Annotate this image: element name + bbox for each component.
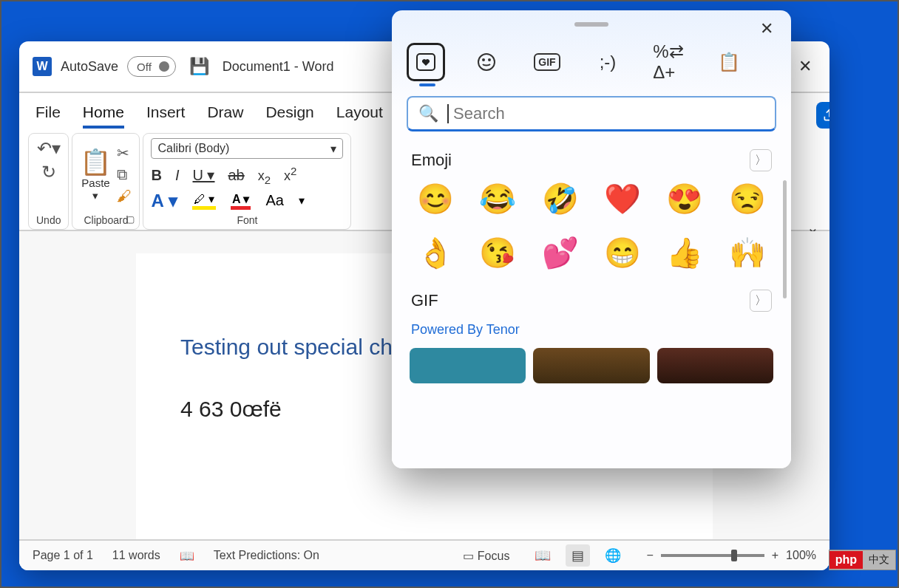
panel-grip[interactable] (574, 22, 608, 27)
share-icon (822, 108, 830, 123)
zoom-out-button[interactable]: − (646, 549, 653, 562)
menu-draw[interactable]: Draw (207, 103, 243, 129)
tab-recent[interactable] (407, 43, 445, 81)
clipboard-launcher-icon[interactable]: ▢ (126, 214, 135, 225)
share-button[interactable] (816, 102, 830, 129)
chevron-down-icon: ▾ (330, 142, 336, 156)
zoom-in-button[interactable]: + (772, 549, 778, 562)
svg-point-1 (478, 54, 495, 70)
search-icon: 🔍 (418, 104, 438, 123)
paste-button[interactable]: 📋 Paste ▾ (80, 147, 111, 202)
strike-button[interactable]: ab (228, 167, 244, 184)
text-effects-button[interactable]: A ▾ (151, 191, 177, 211)
emoji-item[interactable]: 💕 (539, 236, 582, 270)
zoom-value[interactable]: 100% (786, 549, 816, 562)
text-cursor (447, 104, 449, 123)
smile-icon (477, 52, 496, 72)
panel-scrollbar[interactable] (783, 180, 787, 298)
cut-icon[interactable]: ✂ (117, 144, 132, 162)
menu-insert[interactable]: Insert (146, 103, 186, 129)
emoji-search-input[interactable]: 🔍 Search (407, 96, 776, 131)
emoji-item[interactable]: 😘 (476, 236, 519, 270)
superscript-button[interactable]: x2 (284, 165, 296, 184)
emoji-item[interactable]: 🙌 (726, 236, 769, 270)
underline-button[interactable]: U ▾ (192, 166, 214, 184)
italic-button[interactable]: I (175, 167, 180, 184)
gif-thumbnail[interactable] (410, 348, 526, 383)
emoji-category-tabs: GIF ;-) %⇄Δ+ 📋 (407, 43, 776, 81)
autosave-label: AutoSave (61, 59, 118, 75)
gif-powered-by[interactable]: Powered By Tenor (411, 322, 772, 338)
copy-icon[interactable]: ⧉ (117, 166, 132, 183)
emoji-expand-arrow-icon[interactable]: 〉 (750, 149, 772, 171)
document-title: Document1 - Word (223, 59, 334, 75)
menu-design[interactable]: Design (265, 103, 313, 129)
zoom-slider[interactable] (661, 554, 764, 557)
emoji-item[interactable]: 😊 (414, 182, 457, 216)
group-label-font: Font (237, 211, 257, 226)
font-family-select[interactable]: Calibri (Body) ▾ (151, 138, 343, 159)
emoji-item[interactable]: 👌 (414, 236, 457, 270)
save-icon[interactable]: 💾 (185, 57, 214, 76)
bold-button[interactable]: B (151, 167, 161, 184)
symbols-icon: %⇄Δ+ (653, 41, 683, 83)
read-mode-icon[interactable]: 📖 (529, 544, 557, 567)
emoji-item[interactable]: ❤️ (601, 182, 644, 216)
redo-icon[interactable]: ↻ (41, 162, 56, 182)
emoji-item[interactable]: 😁 (601, 236, 644, 270)
ribbon-group-font: Calibri (Body) ▾ B I U ▾ ab x2 x2 A ▾ 🖊 … (143, 133, 351, 230)
group-label-undo: Undo (36, 211, 61, 226)
site-badge: php 中文 (829, 550, 896, 570)
tab-emoji[interactable] (467, 43, 506, 81)
autosave-toggle[interactable]: Off (127, 56, 176, 77)
emoji-item[interactable]: 👍 (663, 236, 706, 270)
emoji-item[interactable]: 😒 (726, 182, 769, 216)
clipboard-icon: 📋 (80, 147, 111, 177)
panel-close-icon[interactable]: ✕ (760, 19, 773, 38)
ribbon-group-undo: ↶▾ ↻ Undo (28, 133, 69, 230)
gif-thumbnail[interactable] (657, 348, 773, 383)
format-painter-icon[interactable]: 🖌 (117, 188, 132, 205)
menu-file[interactable]: File (35, 103, 61, 129)
autosave-state: Off (137, 61, 152, 73)
emoji-item[interactable]: 😍 (663, 182, 706, 216)
gif-expand-arrow-icon[interactable]: 〉 (750, 290, 772, 312)
status-page[interactable]: Page 1 of 1 (33, 549, 93, 562)
gif-icon: GIF (534, 53, 560, 71)
undo-icon[interactable]: ↶▾ (37, 138, 61, 159)
tab-kaomoji[interactable]: ;-) (588, 43, 627, 81)
highlight-button[interactable]: 🖊 ▾ (192, 192, 216, 210)
subscript-button[interactable]: x2 (258, 168, 271, 186)
paste-label: Paste (81, 177, 109, 189)
font-family-value: Calibri (Body) (157, 142, 229, 155)
ribbon-group-clipboard: 📋 Paste ▾ ✂ ⧉ 🖌 Clipboard ▢ (72, 133, 140, 230)
status-predictions[interactable]: Text Predictions: On (214, 549, 319, 562)
font-color-button[interactable]: A ▾ (231, 192, 251, 210)
close-window-icon[interactable]: ✕ (794, 52, 816, 81)
emoji-section-title: Emoji (411, 151, 452, 170)
gif-thumbnail[interactable] (533, 348, 649, 383)
tab-symbols[interactable]: %⇄Δ+ (649, 43, 688, 81)
svg-point-2 (483, 59, 484, 61)
gif-section-title: GIF (411, 291, 438, 310)
zoom-control: − + 100% (646, 549, 816, 562)
tab-gif[interactable]: GIF (528, 43, 566, 81)
status-words[interactable]: 11 words (112, 549, 160, 562)
focus-mode-button[interactable]: ▭ Focus (463, 549, 509, 563)
status-bar: Page 1 of 1 11 words 📖 Text Predictions:… (19, 539, 830, 570)
menu-home[interactable]: Home (83, 103, 124, 129)
print-layout-icon[interactable]: ▤ (566, 544, 590, 567)
emoji-section-header: Emoji 〉 (411, 149, 772, 171)
paste-chevron-icon: ▾ (92, 189, 98, 202)
zoom-thumb[interactable] (731, 550, 737, 561)
clipboard-history-icon: 📋 (718, 52, 740, 72)
tab-clipboard-history[interactable]: 📋 (710, 43, 748, 81)
web-layout-icon[interactable]: 🌐 (599, 544, 627, 567)
change-case-button[interactable]: Aa (265, 192, 283, 209)
group-label-clipboard: Clipboard (84, 211, 129, 226)
menu-layout[interactable]: Layout (336, 103, 383, 129)
spellcheck-icon[interactable]: 📖 (180, 549, 194, 563)
emoji-item[interactable]: 😂 (476, 182, 519, 216)
sticker-heart-icon (415, 52, 436, 72)
emoji-item[interactable]: 🤣 (539, 182, 582, 216)
